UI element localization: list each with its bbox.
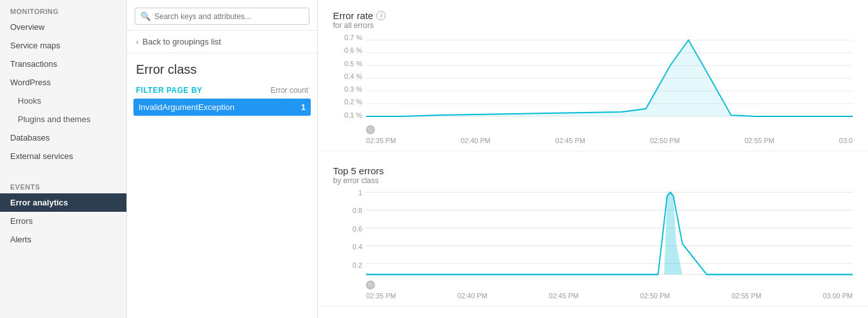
top5-y-axis: 1 0.8 0.6 0.4 0.2 (333, 189, 366, 291)
sidebar: MONITORING Overview Service maps Transac… (0, 0, 127, 318)
top5-toggle[interactable] (366, 280, 375, 289)
filter-item-count: 1 (301, 102, 306, 112)
filter-page-by-label: FILTER PAGE BY (136, 86, 203, 95)
monitoring-section-label: MONITORING (0, 0, 126, 18)
top5-x-0245: 02:45 PM (549, 292, 579, 300)
sidebar-item-alerts[interactable]: Alerts (0, 230, 126, 249)
error-class-title: Error class (127, 53, 317, 83)
y-label-0.6: 0.6 (353, 225, 362, 233)
search-bar[interactable]: 🔍 (135, 8, 309, 25)
middle-panel: 🔍 ‹ Back to groupings list Error class F… (127, 0, 318, 318)
top5-plot (366, 189, 853, 291)
error-rate-toggle[interactable] (366, 125, 375, 134)
top5-toggle-row (366, 279, 853, 289)
y-label-0.2: 0.2 (353, 261, 362, 269)
y-label-0.7: 0.7 % (344, 34, 362, 41)
error-rate-title: Error rate i (333, 10, 853, 21)
x-label-0245: 02:45 PM (555, 137, 585, 144)
sidebar-item-service-maps[interactable]: Service maps (0, 36, 126, 55)
search-icon: 🔍 (140, 11, 151, 21)
sidebar-item-errors[interactable]: Errors (0, 212, 126, 230)
sidebar-item-overview[interactable]: Overview (0, 18, 126, 36)
main-content: Error rate i for all errors 0.7 % 0.6 % … (318, 0, 868, 318)
sidebar-item-external-services[interactable]: External services (0, 147, 126, 165)
error-rate-y-axis: 0.7 % 0.6 % 0.5 % 0.4 % 0.3 % 0.2 % 0.1 … (333, 34, 366, 135)
sidebar-item-hooks[interactable]: Hooks (0, 92, 126, 110)
top5-x-0250: 02:50 PM (640, 292, 670, 300)
sidebar-item-plugins-themes[interactable]: Plugins and themes (0, 110, 126, 128)
error-rate-x-axis: 02:35 PM 02:40 PM 02:45 PM 02:50 PM 02:5… (333, 137, 853, 144)
error-rate-toggle-row (366, 124, 853, 134)
error-rate-section: Error rate i for all errors 0.7 % 0.6 % … (318, 0, 868, 151)
filter-item-invalidargumentexception[interactable]: InvalidArgumentException 1 (133, 99, 311, 116)
error-rate-chart-area: 0.7 % 0.6 % 0.5 % 0.4 % 0.3 % 0.2 % 0.1 … (333, 34, 853, 135)
x-label-0250: 02:50 PM (650, 137, 680, 144)
top5-chart-area: 1 0.8 0.6 0.4 0.2 (333, 189, 853, 291)
top5-title: Top 5 errors (333, 165, 853, 176)
y-label-1: 1 (358, 189, 362, 197)
y-label-0.8: 0.8 (353, 207, 362, 214)
error-rate-svg (366, 34, 853, 123)
y-label-0.5: 0.5 % (344, 60, 362, 67)
top5-subtitle: by error class (333, 176, 853, 185)
top5-x-0255: 02:55 PM (731, 292, 761, 300)
sidebar-item-wordpress[interactable]: WordPress (0, 73, 126, 92)
info-icon[interactable]: i (376, 11, 386, 20)
top5-x-axis: 02:35 PM 02:40 PM 02:45 PM 02:50 PM 02:5… (333, 292, 853, 300)
back-link-label: Back to groupings list (142, 37, 221, 46)
x-label-0240: 02:40 PM (461, 137, 491, 144)
top5-x-03: 03:00 PM (823, 292, 853, 300)
y-label-0.6: 0.6 % (344, 46, 362, 54)
sidebar-item-transactions[interactable]: Transactions (0, 55, 126, 73)
x-label-0255: 02:55 PM (745, 137, 775, 144)
x-label-0235: 02:35 PM (366, 137, 396, 144)
top5-svg (366, 189, 853, 278)
filter-item-name: InvalidArgumentException (139, 102, 234, 112)
error-rate-title-text: Error rate (333, 10, 373, 21)
back-to-groupings-link[interactable]: ‹ Back to groupings list (127, 31, 317, 53)
y-label-0.1: 0.1 % (344, 111, 362, 119)
error-rate-plot (366, 34, 853, 135)
back-arrow-icon: ‹ (136, 37, 139, 46)
top5-x-0235: 02:35 PM (366, 292, 396, 300)
search-bar-wrapper: 🔍 (127, 0, 317, 31)
error-rate-subtitle: for all errors (333, 21, 853, 30)
top5-section: Top 5 errors by error class 1 0.8 0.6 0.… (318, 155, 868, 307)
error-count-header-label: Error count (271, 86, 308, 95)
y-label-0.4: 0.4 (353, 243, 362, 251)
svg-marker-14 (658, 192, 682, 274)
y-label-0.3: 0.3 % (344, 85, 362, 93)
events-section-label: EVENTS (0, 176, 126, 193)
filter-header: FILTER PAGE BY Error count (127, 83, 317, 97)
y-label-0.2: 0.2 % (344, 98, 362, 106)
sidebar-item-databases[interactable]: Databases (0, 128, 126, 147)
top5-title-text: Top 5 errors (333, 165, 384, 176)
top5-x-0240: 02:40 PM (458, 292, 487, 300)
y-label-0.4: 0.4 % (344, 73, 362, 80)
sidebar-item-error-analytics[interactable]: Error analytics (0, 193, 126, 212)
search-input[interactable] (154, 12, 304, 21)
x-label-03: 03:0 (839, 137, 853, 144)
